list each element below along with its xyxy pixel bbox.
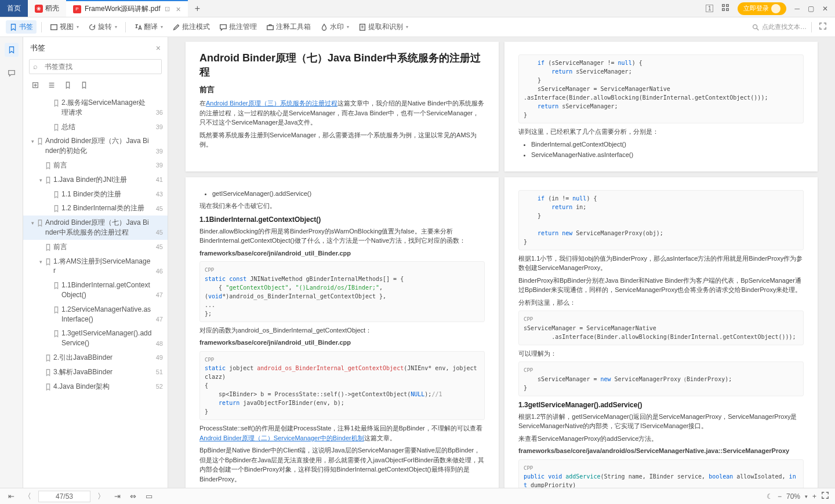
fit-width-icon[interactable]: ⇔ bbox=[128, 491, 139, 502]
bookmark-item[interactable]: 前言45 bbox=[23, 240, 168, 254]
paragraph: BpBinder是Native Binder中的Client端，这说明Java层… bbox=[199, 445, 485, 484]
watermark-label: 水印 bbox=[330, 22, 344, 32]
bookmark-item[interactable]: 2.服务端ServiceManager处理请求36 bbox=[23, 96, 168, 120]
new-tab-button[interactable]: + bbox=[188, 3, 207, 14]
paragraph: 来查看ServiceManagerProxy的addService方法。 bbox=[518, 434, 804, 444]
left-rail bbox=[0, 37, 23, 488]
expand-arrow-icon[interactable]: ▾ bbox=[29, 138, 36, 145]
grid-icon[interactable] bbox=[721, 3, 729, 13]
document-viewer[interactable]: Android Binder原理（七）Java Binder中系统服务的注册过程… bbox=[168, 37, 835, 488]
bookmark-item[interactable]: ▾1.Java Binder的JNI注册41 bbox=[23, 173, 168, 187]
zoom-in-button[interactable]: + bbox=[812, 492, 816, 501]
zoom-dropdown-icon[interactable]: ▾ bbox=[805, 494, 808, 499]
bookmark-label: 1.3getIServiceManager().addService() bbox=[61, 328, 153, 348]
bookmark-leaf-icon bbox=[36, 137, 43, 144]
svg-rect-6 bbox=[360, 24, 365, 30]
tab-home[interactable]: 首页 bbox=[0, 0, 28, 17]
tab-close-icon[interactable]: × bbox=[176, 5, 180, 14]
rail-comments-icon[interactable] bbox=[5, 66, 19, 80]
fullscreen-icon[interactable] bbox=[821, 491, 829, 501]
code-path: frameworks/base/core/jni/android_util_Bi… bbox=[199, 339, 351, 346]
page-indicator[interactable]: 47/53 bbox=[38, 491, 90, 502]
minimize-icon[interactable]: ─ bbox=[794, 5, 800, 13]
collapse-icon[interactable] bbox=[48, 81, 56, 91]
doc-link[interactable]: Android Binder原理（二）ServiceManager中的Binde… bbox=[199, 434, 364, 441]
tab-template[interactable]: ❀稻壳 bbox=[28, 0, 66, 17]
first-page-button[interactable]: ⇤ bbox=[6, 491, 17, 502]
notification-badge[interactable]: 1 bbox=[706, 5, 714, 12]
bookmark-item[interactable]: 1.2ServiceManagerNative.asInterface()47 bbox=[23, 302, 168, 327]
bookmark-icon[interactable] bbox=[64, 81, 72, 91]
bookmark-page: 43 bbox=[156, 190, 163, 199]
bookmark-leaf-icon bbox=[44, 368, 51, 375]
bookmark-outline-icon[interactable] bbox=[80, 81, 88, 91]
night-mode-icon[interactable]: ☾ bbox=[767, 492, 773, 501]
expand-arrow-icon[interactable]: ▾ bbox=[29, 220, 36, 227]
annotate-mode-label: 批注模式 bbox=[182, 22, 210, 32]
bookmark-item[interactable]: ▾1.将AMS注册到ServiceManager46 bbox=[23, 254, 168, 279]
bookmark-item[interactable]: 4.Java Binder架构52 bbox=[23, 379, 168, 394]
comment-toolbox-button[interactable]: 注释工具箱 bbox=[263, 20, 314, 34]
bookmark-leaf-icon bbox=[44, 383, 51, 390]
doc-link[interactable]: Android Binder原理（三）系统服务的注册过程 bbox=[206, 100, 337, 107]
bookmark-page: 36 bbox=[156, 108, 163, 117]
next-page-button[interactable]: 〉 bbox=[95, 490, 107, 503]
translate-button[interactable]: 翻译▾ bbox=[130, 20, 166, 34]
annotate-mode-button[interactable]: 批注模式 bbox=[169, 20, 213, 34]
bookmark-leaf-icon bbox=[44, 354, 51, 361]
expand-arrow-icon[interactable]: ▾ bbox=[37, 177, 44, 184]
bookmark-tree[interactable]: 2.服务端ServiceManager处理请求36总结39▾Android Bi… bbox=[23, 96, 168, 488]
extract-button[interactable]: 提取和识别▾ bbox=[355, 20, 412, 34]
close-window-icon[interactable]: ✕ bbox=[822, 5, 828, 13]
code-block: CPP sServiceManager = ServiceManagerNati… bbox=[518, 311, 804, 345]
code-block: if (sServiceManager != null) { return sS… bbox=[518, 54, 804, 123]
rotate-button[interactable]: 旋转▾ bbox=[85, 20, 121, 34]
tab-extension-icon[interactable]: ⊡ bbox=[165, 5, 170, 13]
prev-page-button[interactable]: 〈 bbox=[21, 490, 34, 503]
bookmark-item[interactable]: 总结39 bbox=[23, 120, 168, 134]
bookmark-item[interactable]: 前言39 bbox=[23, 158, 168, 173]
zoom-level: 70% bbox=[786, 492, 800, 501]
view-button[interactable]: 视图▾ bbox=[46, 20, 82, 34]
paragraph: 根据1.1小节，我们得知obj的值为BinderProxy，那么asInterf… bbox=[518, 254, 804, 273]
bookmark-page: 46 bbox=[156, 267, 163, 276]
login-label: 立即登录 bbox=[743, 4, 769, 13]
bookmark-panel-close-icon[interactable]: × bbox=[156, 43, 161, 53]
bookmark-label: 1.将AMS注册到ServiceManager bbox=[53, 257, 153, 276]
expand-icon[interactable] bbox=[816, 22, 829, 32]
code-path: frameworks/base/core/java/android/os/Ser… bbox=[518, 447, 789, 454]
bookmark-item[interactable]: ▾Android Binder原理（六）Java Binder的初始化39 bbox=[23, 134, 168, 158]
search-text-button[interactable]: 点此查找文本… bbox=[752, 23, 807, 31]
fit-page-icon[interactable]: ▭ bbox=[143, 491, 155, 502]
maximize-icon[interactable]: ▢ bbox=[808, 5, 814, 13]
bookmark-item[interactable]: 1.2 BinderInternal类的注册45 bbox=[23, 201, 168, 216]
pdf-page: if (in != null) { return in; } return ne… bbox=[504, 177, 818, 488]
bookmark-item[interactable]: 1.3getIServiceManager().addService()48 bbox=[23, 326, 168, 350]
bookmark-item[interactable]: 3.解析JavaBBinder51 bbox=[23, 365, 168, 379]
bookmark-item[interactable]: ▾Android Binder原理（七）Java Binder中系统服务的注册过… bbox=[23, 216, 168, 240]
last-page-button[interactable]: ⇥ bbox=[112, 491, 123, 502]
bookmark-search-input[interactable] bbox=[29, 59, 162, 74]
bookmark-leaf-icon bbox=[36, 219, 43, 226]
annotate-manage-button[interactable]: 批注管理 bbox=[216, 20, 260, 34]
add-bookmark-icon[interactable] bbox=[31, 81, 39, 91]
bookmarks-button[interactable]: 书签 bbox=[6, 20, 37, 34]
tab-active-document[interactable]: P FrameWork源码讲解.pdf ⊡ × bbox=[66, 0, 188, 17]
bookmark-icon bbox=[9, 23, 17, 31]
bookmark-leaf-icon bbox=[52, 306, 59, 313]
bookmark-item[interactable]: 1.1 Binder类的注册43 bbox=[23, 187, 168, 202]
bookmark-label: 1.1 Binder类的注册 bbox=[61, 189, 153, 199]
rail-bookmarks-icon[interactable] bbox=[5, 43, 19, 57]
watermark-button[interactable]: 水印▾ bbox=[317, 20, 353, 34]
extract-label: 提取和识别 bbox=[368, 22, 403, 32]
rotate-icon bbox=[88, 23, 96, 31]
paragraph: 既然要将系统服务注册到ServiceManager，那么需要选择一个系统服务为例… bbox=[199, 130, 485, 149]
bookmark-item[interactable]: 1.1BinderInternal.getContextObject()47 bbox=[23, 278, 168, 302]
bookmark-item[interactable]: 2.引出JavaBBinder49 bbox=[23, 350, 168, 365]
expand-arrow-icon[interactable]: ▾ bbox=[37, 258, 44, 266]
login-button[interactable]: 立即登录 bbox=[738, 2, 786, 15]
paragraph: BinderProxy和BpBinder分别在Java Binder和Nativ… bbox=[518, 276, 804, 295]
bookmark-page: 39 bbox=[156, 147, 163, 156]
svg-rect-4 bbox=[51, 24, 57, 30]
zoom-out-button[interactable]: − bbox=[778, 492, 782, 501]
